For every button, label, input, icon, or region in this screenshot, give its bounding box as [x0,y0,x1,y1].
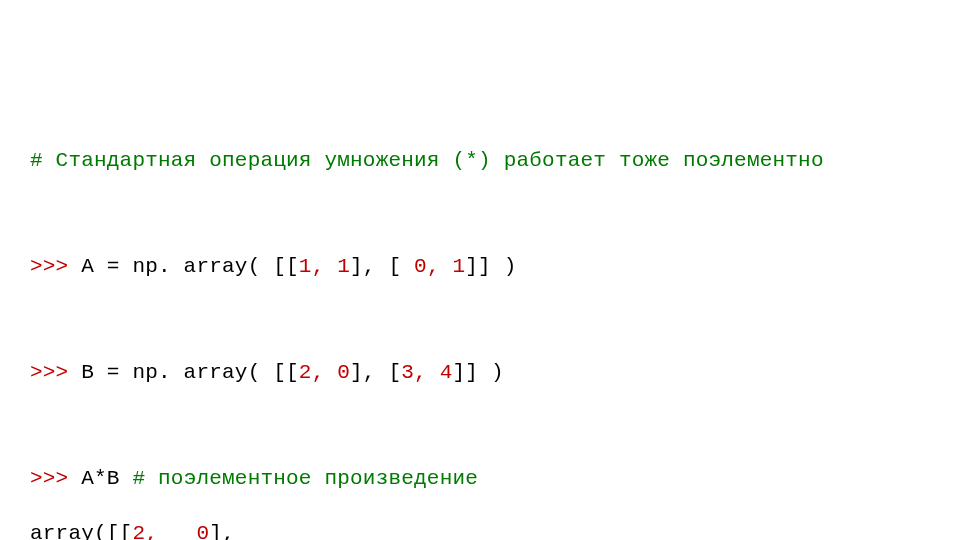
code-line-assign-a: >>> A = np. array( [[1, 1], [ 0, 1]] ) [30,253,930,280]
comment-text: # поэлементное произведение [132,467,478,490]
prompt: >>> [30,361,68,384]
code-text: ]] ) [453,361,504,384]
blank-line [30,308,930,332]
number: 0 [196,522,209,540]
code-text: A*B [68,467,132,490]
output-text [171,522,197,540]
code-block: # Стандартная операция умножения (*) раб… [0,0,960,540]
output-text: ], [209,522,235,540]
code-line-comment: # Стандартная операция умножения (*) раб… [30,147,930,174]
code-line-mul: >>> A*B # поэлементное произведение [30,465,930,492]
number: 3, 4 [401,361,452,384]
blank-line [30,202,930,226]
code-line-assign-b: >>> B = np. array( [[2, 0], [3, 4]] ) [30,359,930,386]
code-text: ]] ) [465,255,516,278]
comment-text: # Стандартная операция умножения (*) раб… [30,149,824,172]
prompt: >>> [30,255,68,278]
code-text: ], [ [350,255,414,278]
number: 0, 1 [414,255,465,278]
blank-line [30,414,930,438]
code-text: ], [ [350,361,401,384]
number: 1, 1 [299,255,350,278]
number: 2, [132,522,170,540]
code-text: B = np. array( [[ [68,361,298,384]
output-line: array([[2, 0], [30,520,930,540]
code-text: A = np. array( [[ [68,255,298,278]
number: 2, 0 [299,361,350,384]
output-text: array([[ [30,522,132,540]
prompt: >>> [30,467,68,490]
